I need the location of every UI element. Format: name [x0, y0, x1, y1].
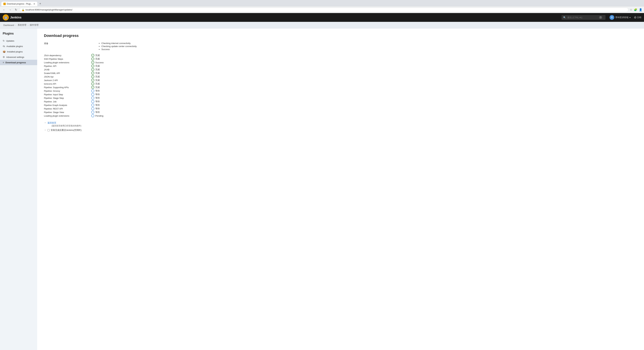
header-search[interactable]: 🔍 ? [562, 15, 606, 20]
plugin-status: ✓完成 [91, 72, 100, 75]
success-icon: ✓ [91, 79, 94, 82]
bookmark-icon[interactable]: ☆ [630, 8, 632, 11]
available-icon: 🛍 [3, 45, 5, 48]
search-input[interactable] [567, 16, 598, 19]
sidebar-item-installed[interactable]: 📦 Installed plugins [0, 49, 37, 54]
plugin-status-text: 完成 [95, 79, 100, 82]
plugin-row: Loading plugin extensions✓Success [44, 61, 637, 64]
active-tab[interactable]: Download progress - Plugi... ✕ [1, 2, 37, 6]
plugin-status: ···等待 [91, 107, 100, 110]
address-bar[interactable]: 🔒 localhost:8080/manage/pluginManager/up… [20, 8, 628, 12]
plugin-status-text: 完成 [95, 65, 100, 68]
pending-icon: ··· [91, 111, 94, 114]
url-text: localhost:8080/manage/pluginManager/upda… [26, 9, 626, 11]
restart-arrow: → [44, 129, 46, 131]
lock-icon: 🔒 [22, 9, 24, 11]
sidebar-item-available[interactable]: 🛍 Available plugins [0, 44, 37, 49]
pending-icon: ··· [91, 107, 94, 110]
plugin-status: ✓完成 [91, 86, 100, 89]
jenkins-logo-icon: 🤖 [3, 14, 9, 21]
plugin-row: Pipeline: Input Step···等待 [44, 93, 637, 96]
footer-links: → 返回首页 (返回首页使用已经安装好的插件) → 安装完成后重启Jenkins… [44, 121, 637, 132]
pending-icon: ··· [91, 96, 94, 99]
pending-icon: ··· [91, 114, 94, 117]
plugin-row: Jackson 2 API✓完成 [44, 79, 637, 82]
plugin-status-text: 等待 [95, 93, 100, 96]
search-icon: 🔍 [563, 16, 566, 19]
restart-label: 安装完成后重启Jenkins(空闲时) [51, 129, 82, 132]
success-icon: ✓ [91, 61, 94, 64]
sidebar-item-advanced[interactable]: ⚙ Advanced settings [0, 54, 37, 60]
installed-icon: 📦 [3, 50, 6, 53]
prep-item-1: Checking update center connectivity [102, 45, 137, 48]
plugin-name: JAXB [44, 68, 91, 71]
profile-icon[interactable]: 👤 [639, 8, 642, 11]
plugin-row: JAXB✓完成 [44, 68, 637, 71]
tab-close-button[interactable]: ✕ [33, 3, 35, 5]
plugin-status-text: 等待 [95, 111, 100, 114]
plugin-row: Pipeline: Job···等待 [44, 100, 637, 103]
plugin-name: SnakeYAML API [44, 72, 91, 74]
breadcrumb-sep-2: › [28, 24, 28, 26]
plugin-status: ✓完成 [91, 65, 100, 68]
user-dropdown-icon: ▾ [630, 16, 631, 19]
restart-checkbox[interactable] [48, 129, 50, 131]
plugin-row: Ionicons API✓完成 [44, 82, 637, 85]
sidebar: Plugins ↻ Updates 🛍 Available plugins 📦 … [0, 29, 37, 350]
plugin-status-text: 完成 [95, 68, 100, 71]
plugin-row: Pipeline: Stage View···等待 [44, 111, 637, 114]
plugin-row: Pipeline: Groovy···等待 [44, 89, 637, 92]
prep-items: Checking internet connectivity Checking … [98, 42, 137, 51]
user-menu[interactable]: 李 李钟意讲前端 ▾ [610, 15, 631, 20]
plugin-name: Pipeline: Stage View [44, 111, 91, 114]
user-avatar: 李 [610, 15, 614, 20]
logout-button[interactable]: ⏻ 注销 [634, 16, 641, 19]
sidebar-item-updates[interactable]: ↻ Updates [0, 38, 37, 44]
restart-row: → 安装完成后重启Jenkins(空闲时) [44, 129, 637, 132]
success-icon: ✓ [91, 68, 94, 71]
jenkins-logo-text: Jenkins [10, 16, 22, 19]
plugin-row: Pipeline: Supporting APIs✓完成 [44, 86, 637, 89]
plugin-status-text: 等待 [95, 100, 100, 103]
download-progress-icon: ≡ [3, 61, 4, 64]
pending-icon: ··· [91, 89, 94, 92]
logout-icon: ⏻ [634, 16, 636, 19]
plugin-status: ✓Success [91, 61, 104, 64]
breadcrumb-dashboard[interactable]: Dashboard [4, 24, 14, 26]
plugin-status-text: 等待 [95, 104, 100, 107]
reload-button[interactable]: ↻ [14, 8, 18, 12]
plugin-status-text: 等待 [95, 89, 100, 92]
tab-title: Download progress - Plugi... [7, 3, 32, 5]
plugin-name: Pipeline Graph Analysis [44, 104, 91, 106]
plugin-row: SnakeYAML API✓完成 [44, 72, 637, 75]
jenkins-logo[interactable]: 🤖 Jenkins [3, 14, 22, 21]
sidebar-label-advanced: Advanced settings [6, 56, 24, 58]
back-button[interactable]: ← [2, 8, 6, 12]
sidebar-item-download-progress[interactable]: ≡ Download progress [0, 60, 37, 65]
success-icon: ✓ [91, 72, 94, 75]
forward-button[interactable]: → [8, 8, 12, 12]
plugin-name: Pipeline: Stage Step [44, 97, 91, 99]
jenkins-header: 🤖 Jenkins 🔍 ? 李 李钟意讲前端 ▾ ⏻ 注销 [0, 13, 644, 22]
plugin-row: JSON Api✓完成 [44, 75, 637, 78]
breadcrumb-system-manage[interactable]: 系统管理 [18, 24, 26, 27]
sidebar-label-updates: Updates [6, 40, 14, 42]
back-home-link[interactable]: 返回首页 [48, 121, 56, 124]
plugin-name: Pipeline: Supporting APIs [44, 86, 91, 89]
tab-favicon [4, 3, 6, 5]
plugin-row: Loading plugin extensions···Pending [44, 114, 637, 117]
plugin-name: Pipeline: API [44, 65, 91, 67]
search-help-icon[interactable]: ? [599, 16, 602, 19]
sidebar-label-installed: Installed plugins [7, 50, 23, 53]
extension-icon[interactable]: 🧩 [634, 8, 637, 11]
plugin-row: Pipeline Graph Analysis···等待 [44, 104, 637, 107]
plugin-name: Pipeline: REST API [44, 107, 91, 110]
success-icon: ✓ [91, 82, 94, 85]
prep-section: 准备 Checking internet connectivity Checki… [44, 42, 637, 51]
plugin-name: JSON Api [44, 76, 91, 78]
plugin-status: ···Pending [91, 114, 104, 117]
pending-icon: ··· [91, 93, 94, 96]
new-tab-button[interactable]: + [38, 1, 42, 6]
success-icon: ✓ [91, 65, 94, 68]
plugin-status: ···等待 [91, 100, 100, 103]
